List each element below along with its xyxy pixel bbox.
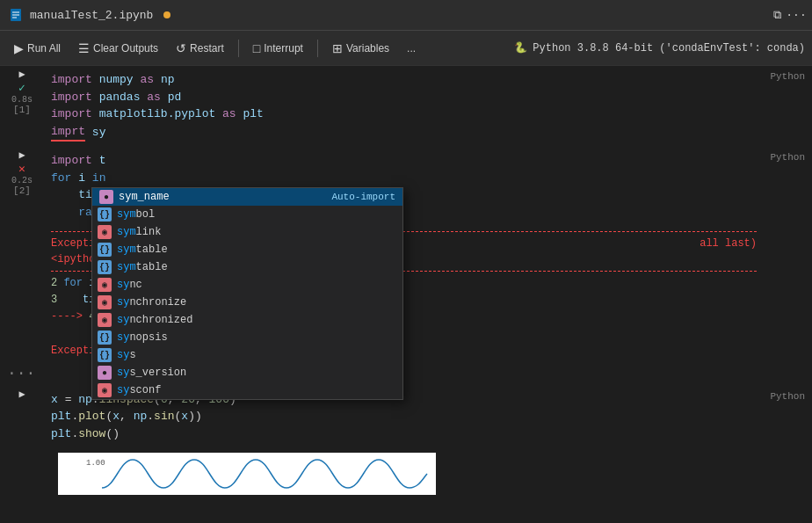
cell-3-gutter: ▶ [0, 386, 44, 505]
cell-1-code[interactable]: import numpy as np import pandas as pd i… [44, 68, 764, 145]
ac-item-synopsis[interactable]: {} synopsis [92, 329, 402, 346]
interrupt-label: Interrupt [264, 42, 303, 54]
traceback-last-text: all last) [700, 236, 757, 251]
ac-sync-label: sync [117, 279, 142, 291]
play-all-icon: ▶ [14, 41, 24, 55]
cell-1-content: import numpy as np import pandas as pd i… [44, 66, 764, 147]
modified-indicator [163, 11, 170, 18]
ac-item-synchronized[interactable]: ◉ synchronized [92, 311, 402, 329]
ac-synchronize-icon: ◉ [98, 295, 112, 309]
interrupt-button[interactable]: □ Interrupt [246, 39, 310, 58]
variables-label: Variables [346, 42, 389, 54]
ac-item-sync[interactable]: ◉ sync [92, 276, 402, 294]
ac-symtable2-icon: {} [98, 260, 112, 274]
ac-symbol-icon: {} [98, 207, 112, 222]
ac-synopsis-label: synopsis [117, 331, 168, 344]
code-line: import matplotlib.pyplot as plt [51, 105, 757, 123]
cell-2-status-icon: ✕ [18, 162, 25, 176]
cell-2-time: 0.2s [11, 176, 33, 185]
title-bar-left: manualTest_2.ipynb [9, 8, 770, 22]
ellipsis-icon: ··· [7, 365, 35, 382]
svg-rect-4 [58, 453, 436, 495]
ac-header-icon: ● [99, 190, 113, 204]
cell-2-margin: Python [764, 147, 812, 365]
cell-1-run-button[interactable]: ▶ [18, 68, 25, 81]
ac-sysversion-icon: ● [98, 366, 112, 380]
python-version-icon: 🐍 [514, 41, 527, 54]
variables-icon: ⊞ [332, 41, 343, 55]
cells-container: ▶ ✓ 0.8s [1] import numpy as np import p… [0, 66, 812, 523]
ac-symlink-label: symlink [117, 226, 161, 238]
ac-item-symlink[interactable]: ◉ symlink [92, 223, 402, 241]
cell-3-margin: Python [764, 386, 812, 505]
file-name: manualTest_2.ipynb [30, 9, 153, 22]
ac-symbol-label: symbol [117, 208, 155, 221]
editor-area: ▶ ✓ 0.8s [1] import numpy as np import p… [0, 66, 812, 523]
cell-3-output: 1.00 [44, 446, 764, 502]
cell-3-run-button[interactable]: ▶ [18, 388, 25, 401]
python-info[interactable]: Python 3.8.8 64-bit ('condaEnvTest': con… [533, 42, 805, 54]
ac-sync-icon: ◉ [98, 278, 112, 292]
ac-header-text: sym_name [119, 191, 170, 203]
cell-2-gutter: ▶ ✕ 0.2s [2] [0, 147, 44, 365]
more-actions-icon[interactable]: ··· [789, 8, 803, 22]
clear-outputs-label: Clear Outputs [93, 42, 158, 54]
code-line: import numpy as np [51, 71, 757, 89]
toolbar: ▶ Run All ☰ Clear Outputs ↺ Restart □ In… [0, 31, 812, 66]
cell-2-run-button[interactable]: ▶ [18, 149, 25, 162]
ac-sys-label: sys [117, 349, 136, 361]
ac-sysversion-label: sys_version [117, 367, 186, 379]
code-line: import pandas as pd [51, 89, 757, 106]
code-line: import t [51, 152, 757, 170]
cell-2-language: Python [766, 149, 808, 166]
interrupt-icon: □ [253, 41, 260, 55]
split-editor-icon[interactable]: ⧉ [770, 8, 784, 22]
ac-symtable1-icon: {} [98, 243, 112, 257]
code-line: for i in [51, 170, 757, 187]
ac-symtable2-label: symtable [117, 261, 168, 273]
cell-3: ▶ x = np.linspace(0, 20, 100) plt.plot(x… [0, 386, 812, 505]
code-line: imprt sy [51, 123, 757, 142]
ac-auto-import-badge: Auto-import [331, 192, 395, 202]
ac-synchronize-label: synchronize [117, 296, 186, 309]
ac-synopsis-icon: {} [98, 331, 112, 345]
cell-1-status-icon: ✓ [18, 81, 25, 95]
restart-label: Restart [190, 42, 224, 54]
toolbar-separator [238, 40, 239, 57]
cell-2-number: [2] [13, 185, 31, 196]
svg-text:1.00: 1.00 [86, 459, 105, 468]
plot-thumbnail: 1.00 [58, 453, 436, 495]
ac-item-sys[interactable]: {} sys [92, 346, 402, 364]
ac-item-symbol[interactable]: {} symbol [92, 206, 402, 223]
cell-1-language: Python [766, 68, 808, 85]
autocomplete-header: ● sym_name Auto-import [92, 188, 402, 206]
restart-button[interactable]: ↺ Restart [169, 39, 231, 58]
more-button[interactable]: ... [400, 40, 423, 57]
toolbar-right: 🐍 Python 3.8.8 64-bit ('condaEnvTest': c… [514, 41, 805, 54]
cell-1-gutter: ▶ ✓ 0.8s [1] [0, 66, 44, 147]
run-all-label: Run All [27, 42, 61, 54]
ac-item-sysconf[interactable]: ◉ sysconf [92, 381, 402, 399]
clear-icon: ☰ [78, 41, 90, 55]
title-bar: manualTest_2.ipynb ⧉ ··· [0, 0, 812, 31]
ac-sysconf-label: sysconf [117, 384, 161, 396]
ac-symtable1-label: symtable [117, 243, 168, 256]
plot-svg: 1.00 [58, 453, 436, 495]
autocomplete-dropdown[interactable]: ● sym_name Auto-import {} symbol ◉ symli… [91, 187, 403, 400]
run-all-button[interactable]: ▶ Run All [7, 39, 68, 58]
restart-icon: ↺ [176, 41, 186, 55]
notebook-icon [9, 8, 23, 22]
cell-3-language: Python [766, 388, 808, 405]
clear-outputs-button[interactable]: ☰ Clear Outputs [71, 39, 165, 58]
ac-item-symtable2[interactable]: {} symtable [92, 258, 402, 276]
code-line: plt.plot(x, np.sin(x)) [51, 408, 757, 425]
cell-1-number: [1] [13, 105, 31, 115]
title-bar-right: ⧉ ··· [770, 8, 803, 22]
variables-button[interactable]: ⊞ Variables [325, 39, 396, 58]
ac-symlink-icon: ◉ [98, 225, 112, 239]
ac-item-sys-version[interactable]: ● sys_version [92, 364, 402, 381]
cell-3-content: x = np.linspace(0, 20, 100) plt.plot(x, … [44, 386, 764, 505]
ac-item-symtable1[interactable]: {} symtable [92, 241, 402, 258]
code-line: plt.show() [51, 425, 757, 443]
ac-item-synchronize[interactable]: ◉ synchronize [92, 294, 402, 311]
